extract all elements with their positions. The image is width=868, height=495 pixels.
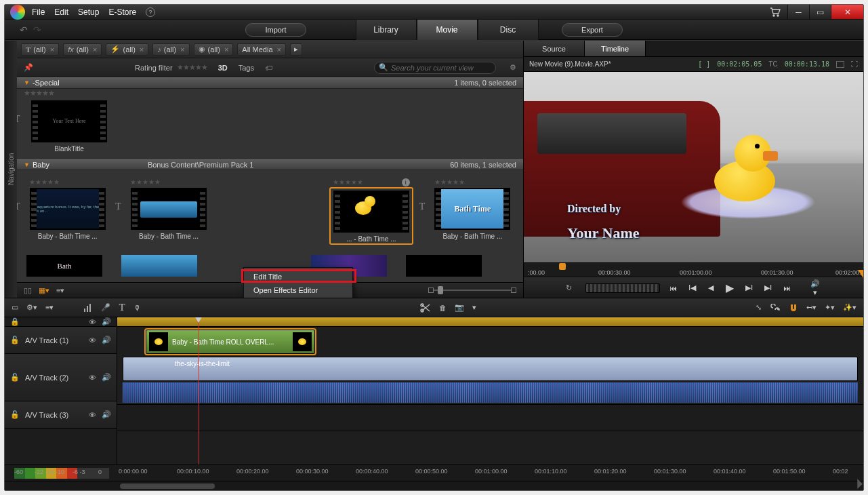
redo-icon[interactable]: ↷	[33, 24, 41, 35]
thumbnail-size-slider[interactable]	[428, 288, 516, 292]
track-header-3[interactable]: 🔓 A/V Track (3) 👁 🔊	[5, 401, 117, 429]
marker-icon[interactable]: ▾	[472, 303, 476, 312]
goto-start-icon[interactable]: ⏮	[667, 284, 679, 292]
help-icon[interactable]: ?	[146, 7, 155, 17]
mute-icon[interactable]: 🔊	[102, 410, 111, 419]
audio-waveform[interactable]	[123, 382, 858, 403]
close-button[interactable]: ✕	[831, 5, 863, 19]
lock-icon[interactable]: 🔓	[10, 410, 20, 419]
search-input[interactable]: 🔍 Search your current view	[374, 62, 496, 74]
tab-movie[interactable]: Movie	[417, 20, 478, 40]
thumbnail-item-selected[interactable]: ★★★★★ i ... - Bath Time ...	[330, 188, 413, 244]
expand-icon[interactable]: ⛶	[851, 60, 858, 68]
thumbnail-item[interactable]	[121, 255, 197, 277]
pin-icon[interactable]: 📌	[24, 63, 33, 72]
goto-end-icon[interactable]: ⏭	[781, 284, 793, 292]
wand-icon[interactable]: ✨▾	[843, 303, 856, 312]
preview-ruler[interactable]: :00.00 00:00:30.00 00:01:00.00 00:01:30.…	[524, 262, 863, 277]
next-frame-icon[interactable]: ▶Ⅰ	[762, 283, 774, 292]
thumbnail-item[interactable]: ★★★★★ T Bath Time Baby - Bath Time ...	[432, 188, 514, 244]
lock-all-icon[interactable]: 🔒	[10, 317, 20, 326]
visibility-icon[interactable]: 👁	[89, 336, 96, 344]
chip-transitions[interactable]: ⚡(all)×	[106, 43, 148, 56]
cart-icon[interactable]	[766, 6, 785, 18]
thumbnail-item[interactable]: Bath	[26, 255, 102, 277]
snap-icon[interactable]: ⤡	[756, 303, 762, 312]
import-button[interactable]: Import	[245, 23, 306, 37]
menu-estore[interactable]: E-Store	[108, 7, 136, 17]
scrollbar-thumb[interactable]	[120, 483, 215, 489]
preview-viewport[interactable]: Directed by Your Name	[524, 72, 863, 262]
group-header-special[interactable]: ▼ -Special 1 items, 0 selected	[17, 77, 523, 89]
list-view-icon[interactable]: ≡▾	[56, 286, 64, 295]
playhead-icon[interactable]	[194, 317, 203, 323]
chip-effects[interactable]: fx(all)×	[63, 43, 102, 56]
trim-icon[interactable]: ↤▾	[806, 303, 817, 312]
visibility-icon[interactable]: 👁	[89, 411, 96, 419]
export-button[interactable]: Export	[562, 23, 623, 37]
mute-icon[interactable]: 🔊	[102, 336, 111, 344]
chip-add[interactable]: ▸	[290, 43, 302, 56]
navigation-tab[interactable]: Navigation	[5, 41, 17, 298]
levels-icon[interactable]	[83, 303, 93, 313]
mute-icon[interactable]: 🔊	[102, 373, 111, 382]
visibility-icon[interactable]: 👁	[89, 374, 96, 382]
rating-stars[interactable]: ★★★★★	[177, 63, 207, 72]
pages-icon[interactable]: ▯▯	[24, 286, 32, 295]
prev-frame-icon[interactable]: Ⅰ◀	[686, 283, 698, 292]
tag-icon[interactable]: 🏷	[265, 64, 272, 72]
track-header-2[interactable]: 🔓 A/V Track (2) 👁 🔊	[5, 354, 117, 401]
minimize-button[interactable]: ─	[787, 5, 809, 19]
mic-icon[interactable]: 🎤	[101, 303, 110, 312]
lock-icon[interactable]: 🔓	[10, 336, 20, 344]
group-header-baby[interactable]: ▼ Baby Bonus Content\Premium Pack 1 60 i…	[17, 159, 523, 171]
search-options-icon[interactable]: ⚙	[510, 63, 516, 72]
lock-icon[interactable]: 🔓	[10, 373, 20, 382]
chip-titles[interactable]: T(all)×	[21, 43, 59, 56]
ctx-open-effects[interactable]: Open Effects Editor	[244, 283, 352, 297]
ctx-edit-title[interactable]: Edit Title	[244, 270, 352, 283]
razor-icon[interactable]	[420, 303, 431, 313]
grid-view-icon[interactable]: ▦▾	[39, 286, 49, 295]
maximize-button[interactable]: ▭	[809, 5, 831, 19]
menu-setup[interactable]: Setup	[78, 7, 99, 17]
aspect-icon[interactable]	[836, 61, 844, 68]
chip-audio[interactable]: ♪(all)×	[152, 43, 189, 56]
trash-icon[interactable]: 🗑	[439, 304, 447, 312]
fx-icon[interactable]: ✦▾	[825, 303, 835, 312]
menu-file[interactable]: File	[32, 7, 45, 17]
tab-source[interactable]: Source	[524, 41, 585, 56]
visibility-all-icon[interactable]: 👁	[89, 318, 96, 326]
thumbnail-item[interactable]: ★★★★★ T An aquarium bonus. It was, by fa…	[26, 188, 108, 244]
step-fwd-icon[interactable]: ▶Ⅰ	[743, 283, 755, 292]
settings-icon[interactable]: ⚙▾	[26, 303, 37, 312]
playhead-line[interactable]	[199, 317, 199, 464]
track-header-1[interactable]: 🔓 A/V Track (1) 👁 🔊	[5, 327, 117, 354]
tab-library[interactable]: Library	[356, 20, 417, 40]
play-icon[interactable]: ▶	[724, 281, 736, 294]
clip-video[interactable]: the-sky-is-the-limit	[123, 357, 858, 381]
chip-allmedia[interactable]: All Media×	[237, 43, 286, 56]
thumbnail-item[interactable]	[406, 255, 482, 277]
info-icon[interactable]: i	[402, 178, 410, 186]
title-tool-icon[interactable]: T	[119, 302, 125, 313]
3d-toggle[interactable]: 3D	[218, 64, 228, 72]
undo-icon[interactable]: ↶	[20, 24, 28, 35]
timeline-scrollbar[interactable]	[5, 481, 863, 490]
group-stars[interactable]: ★★★★★	[24, 89, 54, 98]
timeline-ruler[interactable]: -60 -22 -16 -10 -6 -3 0 0:00:00.00 00:00…	[5, 464, 863, 481]
link-icon[interactable]	[770, 304, 781, 312]
loop-icon[interactable]: ↻	[566, 283, 572, 292]
thumbnail-blank-title[interactable]: T Your Text Here BlankTitle	[26, 100, 112, 153]
tab-timeline[interactable]: Timeline	[585, 41, 646, 56]
chip-disc[interactable]: ◉(all)×	[194, 43, 234, 56]
storyboard-icon[interactable]: ▭	[12, 303, 18, 312]
tab-disc[interactable]: Disc	[478, 20, 539, 40]
preview-playhead[interactable]	[559, 263, 566, 270]
thumbnail-item[interactable]: ★★★★★ T Baby - Bath Time ...	[127, 188, 209, 244]
tags-label[interactable]: Tags	[239, 64, 254, 72]
volume-icon[interactable]: 🔊▾	[809, 279, 821, 297]
step-back-icon[interactable]: ◀	[705, 283, 717, 292]
mixer-icon[interactable]: ≡▾	[45, 303, 54, 312]
clip-title[interactable]: Baby - Bath Time ROLL OVERL...	[146, 330, 315, 354]
